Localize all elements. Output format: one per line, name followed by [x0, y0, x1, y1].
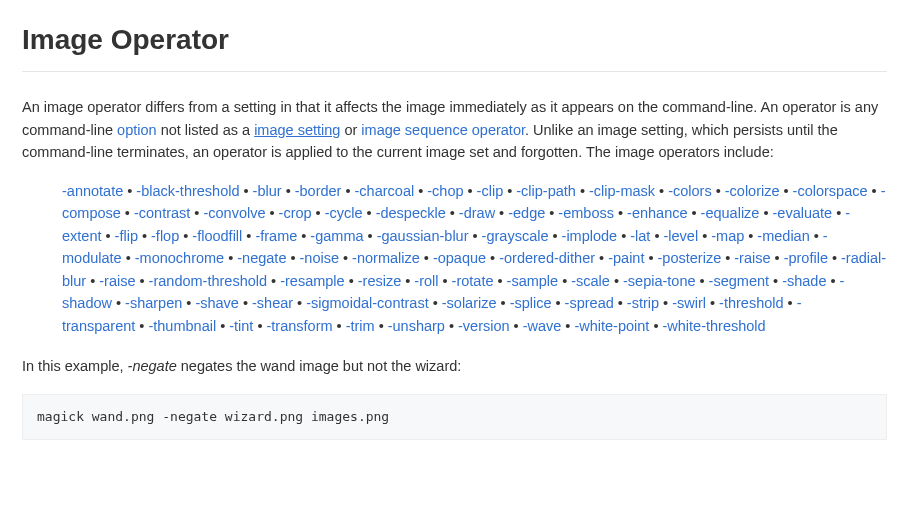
operator-link[interactable]: -blur — [253, 183, 282, 199]
bullet-separator: • — [832, 205, 845, 221]
operator-link[interactable]: -resize — [358, 273, 402, 289]
operator-link[interactable]: -implode — [562, 228, 618, 244]
operator-link[interactable]: -evaluate — [773, 205, 833, 221]
bullet-separator: • — [112, 295, 125, 311]
operator-link[interactable]: -clip — [477, 183, 504, 199]
operator-link[interactable]: -unsharp — [388, 318, 445, 334]
bullet-separator: • — [595, 250, 608, 266]
operator-link[interactable]: -spread — [565, 295, 614, 311]
operator-link[interactable]: -clip-mask — [589, 183, 655, 199]
operator-link[interactable]: -noise — [300, 250, 340, 266]
bullet-separator: • — [464, 183, 477, 199]
section-divider — [22, 71, 887, 72]
operator-link[interactable]: -colors — [668, 183, 712, 199]
operator-link[interactable]: -enhance — [627, 205, 687, 221]
operator-link[interactable]: -contrast — [134, 205, 190, 221]
bullet-separator: • — [868, 183, 881, 199]
operator-link[interactable]: -negate — [237, 250, 286, 266]
link-option[interactable]: option — [117, 122, 157, 138]
operator-link[interactable]: -grayscale — [482, 228, 549, 244]
operator-link[interactable]: -clip-path — [516, 183, 576, 199]
operator-link[interactable]: -gamma — [310, 228, 363, 244]
operator-link[interactable]: -white-point — [574, 318, 649, 334]
operator-link[interactable]: -despeckle — [376, 205, 446, 221]
operator-link[interactable]: -crop — [279, 205, 312, 221]
bullet-separator: • — [446, 205, 459, 221]
operator-link[interactable]: -lat — [630, 228, 650, 244]
operator-link[interactable]: -charcoal — [355, 183, 415, 199]
bullet-separator: • — [649, 318, 662, 334]
operator-link[interactable]: -shave — [195, 295, 239, 311]
operator-link[interactable]: -transform — [266, 318, 332, 334]
link-image-sequence-operator[interactable]: image sequence operator — [361, 122, 525, 138]
operator-link[interactable]: -resample — [280, 273, 344, 289]
bullet-separator: • — [688, 205, 701, 221]
operator-link[interactable]: -posterize — [658, 250, 722, 266]
bullet-separator: • — [721, 250, 734, 266]
bullet-separator: • — [497, 295, 510, 311]
operator-link[interactable]: -emboss — [558, 205, 614, 221]
operator-link[interactable]: -colorspace — [793, 183, 868, 199]
operator-link[interactable]: -random-threshold — [149, 273, 267, 289]
bullet-separator: • — [86, 273, 99, 289]
operator-link[interactable]: -median — [757, 228, 809, 244]
operator-link[interactable]: -paint — [608, 250, 644, 266]
link-image-setting[interactable]: image setting — [254, 122, 340, 138]
bullet-separator: • — [576, 183, 589, 199]
operator-link[interactable]: -convolve — [203, 205, 265, 221]
bullet-separator: • — [242, 228, 255, 244]
operator-link[interactable]: -level — [663, 228, 698, 244]
bullet-separator: • — [224, 250, 237, 266]
operator-link[interactable]: -black-threshold — [136, 183, 239, 199]
operator-link[interactable]: -sigmoidal-contrast — [306, 295, 429, 311]
operator-link[interactable]: -segment — [709, 273, 769, 289]
operator-link[interactable]: -raise — [99, 273, 135, 289]
bullet-separator: • — [610, 273, 623, 289]
operator-link[interactable]: -rotate — [452, 273, 494, 289]
operator-link[interactable]: -ordered-dither — [499, 250, 595, 266]
operator-link[interactable]: -scale — [571, 273, 610, 289]
operator-link[interactable]: -threshold — [719, 295, 783, 311]
operator-link[interactable]: -edge — [508, 205, 545, 221]
operator-link[interactable]: -map — [711, 228, 744, 244]
operator-link[interactable]: -shear — [252, 295, 293, 311]
bullet-separator: • — [265, 205, 278, 221]
operator-link[interactable]: -shade — [782, 273, 826, 289]
operator-link[interactable]: -sepia-tone — [623, 273, 696, 289]
operator-link[interactable]: -flip — [115, 228, 138, 244]
operator-link[interactable]: -floodfill — [192, 228, 242, 244]
operator-link[interactable]: -draw — [459, 205, 495, 221]
operator-link[interactable]: -tint — [229, 318, 253, 334]
operator-link[interactable]: -flop — [151, 228, 179, 244]
bullet-separator: • — [548, 228, 561, 244]
operator-link[interactable]: -chop — [427, 183, 463, 199]
operator-link[interactable]: -solarize — [442, 295, 497, 311]
operator-link[interactable]: -normalize — [352, 250, 420, 266]
intro-text-3: or — [340, 122, 361, 138]
operator-link[interactable]: -raise — [734, 250, 770, 266]
operator-link[interactable]: -thumbnail — [148, 318, 216, 334]
operator-link[interactable]: -gaussian-blur — [377, 228, 469, 244]
bullet-separator: • — [486, 250, 499, 266]
operator-link[interactable]: -sample — [507, 273, 559, 289]
operator-link[interactable]: -cycle — [325, 205, 363, 221]
operator-link[interactable]: -border — [295, 183, 342, 199]
operator-link[interactable]: -profile — [784, 250, 828, 266]
operator-link[interactable]: -version — [458, 318, 510, 334]
operator-link[interactable]: -sharpen — [125, 295, 182, 311]
operator-link[interactable]: -opaque — [433, 250, 486, 266]
bullet-separator: • — [375, 318, 388, 334]
operator-link[interactable]: -roll — [414, 273, 438, 289]
operator-link[interactable]: -swirl — [672, 295, 706, 311]
operator-link[interactable]: -frame — [255, 228, 297, 244]
operator-link[interactable]: -wave — [523, 318, 562, 334]
operator-link[interactable]: -strip — [627, 295, 659, 311]
operator-link[interactable]: -monochrome — [135, 250, 224, 266]
operator-link[interactable]: -white-threshold — [662, 318, 765, 334]
bullet-separator: • — [698, 228, 711, 244]
operator-link[interactable]: -equalize — [701, 205, 760, 221]
operator-link[interactable]: -splice — [510, 295, 552, 311]
operator-link[interactable]: -annotate — [62, 183, 123, 199]
operator-link[interactable]: -trim — [346, 318, 375, 334]
operator-link[interactable]: -colorize — [725, 183, 780, 199]
